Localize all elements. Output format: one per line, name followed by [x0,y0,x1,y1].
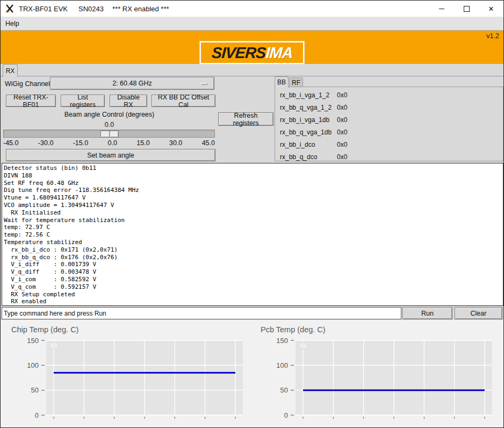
tick-label: -30.0 [38,139,54,147]
svg-text:50: 50 [31,386,39,394]
charts-region: Chip Temp (deg. C)050100150 Pcb Temp (de… [1,320,503,428]
register-value: 0x0 [337,153,347,161]
tab-strip-divider [1,76,503,76]
svg-text:0: 0 [284,411,288,419]
register-row: rx_bb_q_vga_1_2 0x0 [275,101,503,113]
beam-angle-slider[interactable] [3,130,215,138]
window-title-serial: SN0243 [78,5,104,13]
app-window: TRX-BF01 EVK SN0243 *** RX enabled *** ✕… [0,0,504,428]
tab-rx[interactable]: RX [3,64,18,77]
logo-text-ima: IMA [265,44,293,61]
dropdown-indicator-icon [200,83,207,85]
window-controls: ✕ [429,1,503,17]
register-value: 0x0 [337,91,347,99]
register-row: rx_bb_i_dco 0x0 [275,138,503,151]
tick-label: 0.0 [108,139,117,147]
register-name: rx_bb_q_dco [280,153,337,161]
set-beam-angle-button[interactable]: Set beam angle [6,149,215,161]
command-input[interactable] [2,307,401,319]
siversima-logo: SIVERSIMA [200,41,304,64]
svg-text:Chip Temp (deg. C): Chip Temp (deg. C) [11,325,78,334]
maximize-icon [464,6,470,12]
tick-label: 30.0 [169,139,182,147]
register-name: rx_bb_i_dco [280,141,337,148]
svg-text:100: 100 [276,361,288,369]
clear-button[interactable]: Clear [455,307,502,319]
svg-text:Pcb Temp (deg. C): Pcb Temp (deg. C) [261,325,326,334]
tab-bb[interactable]: BB [275,76,289,88]
beam-angle-tick-labels: -45.0 -30.0 -15.0 0.0 15.0 30.0 45.0 [3,139,215,147]
run-button[interactable]: Run [402,307,452,319]
register-panel: rx_bb_i_vga_1_2 0x0 rx_bb_q_vga_1_2 0x0 … [275,87,503,161]
window-title: TRX-BF01 EVK [19,5,68,13]
version-label: v1.2 [486,32,499,40]
register-name: rx_bb_q_vga_1_2 [280,104,337,111]
tick-label: 45.0 [202,139,215,147]
svg-text:50: 50 [280,386,288,394]
register-name: rx_bb_q_vga_1db [280,129,337,136]
svg-text:100: 100 [27,361,39,369]
maximize-button[interactable] [454,1,479,17]
tick-label: -15.0 [73,139,89,147]
wigig-channel-select[interactable]: 2: 60.48 GHz [50,77,214,90]
close-icon: ✕ [488,5,494,12]
register-row: rx_bb_i_vga_1_2 0x0 [275,89,503,101]
beam-angle-title: Beam angle Control (degrees) [3,111,215,118]
register-value: 0x0 [337,116,347,124]
minimize-button[interactable] [429,1,454,17]
app-logo-icon [5,4,15,13]
register-name: rx_bb_i_vga_1_2 [280,91,337,99]
tick-label: -45.0 [3,139,19,147]
minimize-icon [439,9,444,9]
register-name: rx_bb_i_vga_1db [280,116,337,124]
chip-temp-chart: Chip Temp (deg. C)050100150 [1,320,253,428]
title-bar: TRX-BF01 EVK SN0243 *** RX enabled *** ✕ [1,1,503,17]
register-row: rx_bb_q_dco 0x0 [275,151,503,163]
reset-trx-button[interactable]: Reset TRX-BF01 [6,95,56,107]
wigig-channel-value: 2: 60.48 GHz [112,80,152,87]
register-row: rx_bb_i_vga_1db 0x0 [275,113,503,126]
logo-text-sivers: SIVERS [211,44,267,61]
brand-banner: v1.2 SIVERSIMA [1,31,503,64]
register-value: 0x0 [337,104,347,111]
disable-rx-button[interactable]: Disable RX [110,95,147,107]
close-button[interactable]: ✕ [479,1,503,17]
window-title-status: *** RX enabled *** [112,5,169,13]
beam-angle-value: 0.0 [3,121,215,129]
rx-bb-dc-offset-cal-button[interactable]: RX BB DC Offset Cal [152,95,215,107]
wigig-channel-label: WiGig Channel: [5,80,52,88]
list-registers-button[interactable]: List registers [61,95,105,107]
tick-label: 15.0 [136,139,149,147]
console-log[interactable]: Detector status (bin) 0b11 DIVN 188 Set … [2,163,503,306]
menu-bar: Help [1,17,503,31]
menu-help[interactable]: Help [1,20,24,27]
register-row: rx_bb_q_vga_1db 0x0 [275,126,503,138]
svg-text:150: 150 [276,337,288,345]
register-value: 0x0 [337,141,347,148]
svg-text:0: 0 [35,411,39,419]
refresh-registers-button[interactable]: Refresh registers [218,112,273,126]
register-value: 0x0 [337,129,347,136]
pcb-temp-chart: Pcb Temp (deg. C)050100150 [250,320,504,428]
svg-text:150: 150 [27,337,39,345]
beam-angle-slider-handle[interactable] [100,131,119,138]
